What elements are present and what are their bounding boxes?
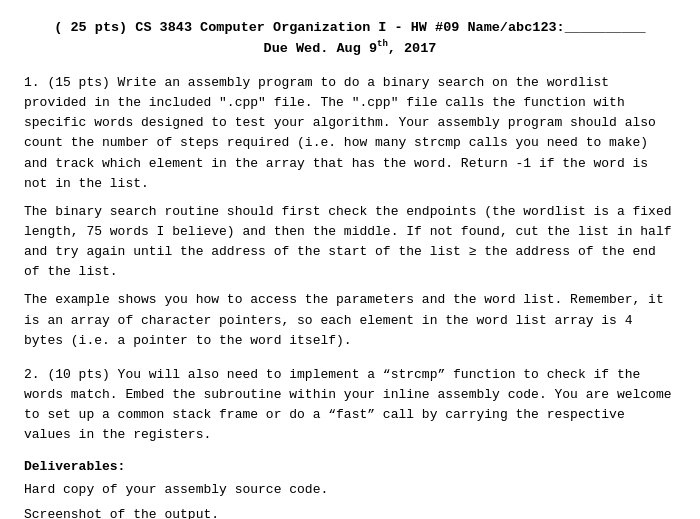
header-due: Due Wed. Aug 9th, 2017 (24, 38, 676, 59)
q2-body: 2. (10 pts) You will also need to implem… (24, 365, 676, 446)
q2-paragraph-0: 2. (10 pts) You will also need to implem… (24, 365, 676, 446)
page-header: ( 25 pts) CS 3843 Computer Organization … (24, 18, 676, 59)
q1-paragraph-2: The example shows you how to access the … (24, 290, 676, 350)
deliverables-label: Deliverables: (24, 459, 676, 474)
deliverables-item-1: Screenshot of the output. (24, 505, 676, 519)
due-sup: th (377, 39, 388, 49)
q1-body: 1. (15 pts) Write an assembly program to… (24, 73, 676, 351)
q1-paragraph-1: The binary search routine should first c… (24, 202, 676, 283)
deliverables-section: Deliverables: Hard copy of your assembly… (24, 459, 676, 519)
deliverables-item-0: Hard copy of your assembly source code. (24, 480, 676, 500)
question-1: 1. (15 pts) Write an assembly program to… (24, 73, 676, 351)
question-2: 2. (10 pts) You will also need to implem… (24, 365, 676, 446)
q1-paragraph-0: 1. (15 pts) Write an assembly program to… (24, 73, 676, 194)
due-suffix: , 2017 (388, 41, 437, 56)
header-title: ( 25 pts) CS 3843 Computer Organization … (24, 18, 676, 38)
due-prefix: Due Wed. Aug 9 (264, 41, 377, 56)
